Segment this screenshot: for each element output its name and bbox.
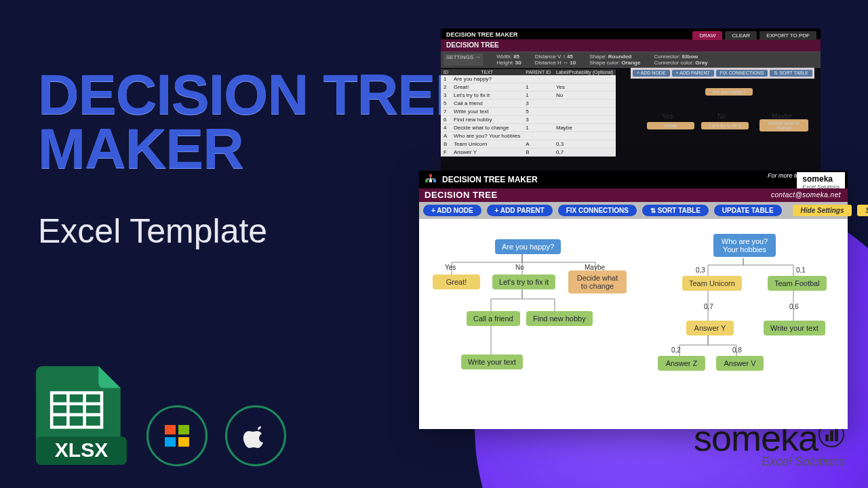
svg-rect-6	[165, 425, 176, 434]
add-node-button[interactable]: + ADD NODE	[423, 205, 481, 216]
front-section-title: DECISION TREE	[425, 190, 498, 200]
node-unicorn: Team Unicorn	[682, 276, 742, 291]
svg-rect-15	[425, 180, 428, 182]
edge-02: 0,2	[671, 346, 681, 354]
settings-row: SETTINGS → Width: 85Height: 30 Distance …	[441, 52, 821, 68]
edge-08: 0,8	[732, 346, 742, 354]
fix-connections-button[interactable]: FIX CONNECTIONS	[558, 205, 637, 216]
show-instructions-button[interactable]: Show Instructions	[857, 205, 868, 216]
xlsx-icon: XLSX	[34, 365, 129, 466]
title-line1: DECISION TREE	[38, 68, 472, 122]
tree-canvas: Are you happy? Yes No Maybe Great! Let's…	[419, 219, 848, 429]
fix-conn-button[interactable]: FIX CONNECTIONS	[716, 70, 768, 77]
edge-06: 0,6	[789, 303, 799, 310]
tree-logo-icon	[425, 174, 437, 186]
table-row[interactable]: 2Great!1Yes	[441, 83, 616, 92]
title-line2: MAKER	[38, 122, 472, 176]
back-section-title: DECISION TREE	[441, 39, 821, 52]
table-row[interactable]: 4Decide what to change1Maybe	[441, 124, 616, 132]
table-row[interactable]: BTeam UnicornA0,3	[441, 140, 616, 148]
export-pdf-button[interactable]: EXPORT TO PDF	[760, 31, 816, 40]
back-app-title: DECISION TREE MAKER	[446, 31, 518, 38]
table-row[interactable]: 3Let's try to fix it1No	[441, 92, 616, 100]
node-great: Great!	[433, 274, 480, 289]
edge-01: 0,1	[796, 266, 806, 274]
hero: DECISION TREE MAKER Excel Template	[38, 68, 472, 251]
table-row[interactable]: 6Find new hobby3	[441, 116, 616, 124]
screenshot-back: DECISION TREE MAKER DRAW CLEAR EXPORT TO…	[441, 28, 821, 179]
button-bar: + ADD NODE + ADD PARENT FIX CONNECTIONS …	[419, 202, 848, 219]
clear-button[interactable]: CLEAR	[725, 31, 757, 40]
table-row[interactable]: 7Write your text5	[441, 108, 616, 116]
table-row[interactable]: 1Are you happy?	[441, 75, 616, 83]
sort-table-button[interactable]: ⇅ SORT TABLE	[642, 205, 709, 216]
front-app-title: DECISION TREE MAKER	[442, 175, 538, 184]
table-row[interactable]: FAnswer YB0,7	[441, 148, 616, 157]
node-q2: Who are you?Your hobbies	[713, 234, 776, 257]
xlsx-label: XLSX	[55, 439, 108, 461]
apple-icon	[225, 405, 286, 466]
node-write2: Write your text	[764, 321, 825, 336]
add-parent-button[interactable]: + ADD PARENT	[672, 70, 714, 77]
svg-rect-16	[429, 180, 432, 182]
hide-settings-button[interactable]: Hide Settings	[793, 205, 852, 216]
add-node-button[interactable]: + ADD NODE	[633, 70, 670, 77]
svg-rect-14	[429, 174, 432, 177]
node-ansY: Answer Y	[686, 321, 734, 336]
node-q1: Are you happy?	[495, 239, 561, 254]
svg-rect-8	[165, 437, 176, 447]
node-write: Write your text	[461, 354, 523, 369]
windows-icon	[146, 405, 208, 466]
subtitle: Excel Template	[38, 211, 472, 251]
svg-rect-7	[178, 425, 189, 434]
settings-label[interactable]: SETTINGS →	[443, 54, 483, 66]
table-row[interactable]: 5Call a friend3	[441, 100, 616, 108]
node-ansZ: Answer Z	[658, 356, 705, 371]
edge-07: 0,7	[704, 303, 713, 310]
draw-button[interactable]: DRAW	[692, 31, 722, 40]
data-table[interactable]: IDTEXTPARENT IDLabel/Probability (Option…	[441, 69, 616, 157]
edge-yes: Yes	[445, 264, 456, 271]
svg-rect-17	[433, 180, 436, 182]
mini-tree: Are you happy? Yes No Maybe Great! Let's…	[637, 84, 814, 172]
platform-icons: XLSX	[34, 365, 286, 466]
add-parent-button[interactable]: + ADD PARENT	[487, 205, 553, 216]
svg-rect-11	[825, 434, 829, 441]
update-table-button[interactable]: UPDATE TABLE	[714, 205, 782, 216]
node-ansV: Answer V	[716, 356, 764, 371]
node-call: Call a friend	[467, 311, 520, 326]
screenshot-front: DECISION TREE MAKER For more templates, …	[419, 171, 848, 428]
svg-rect-9	[178, 437, 189, 447]
contact-email: contact@someka.net	[771, 188, 841, 202]
edge-no: No	[515, 264, 524, 271]
svg-rect-13	[835, 428, 838, 441]
node-decide: Decide what to change	[568, 270, 627, 293]
sort-table-button[interactable]: ⇅ SORT TABLE	[770, 70, 812, 77]
node-fix: Let's try to fix it	[492, 274, 555, 289]
edge-03: 0,3	[696, 266, 705, 274]
node-football: Team Footbal	[768, 276, 827, 291]
node-hobby: Find new hobby	[526, 311, 593, 326]
table-row[interactable]: AWho are you? Your hobbies	[441, 132, 616, 140]
svg-rect-12	[830, 430, 833, 441]
